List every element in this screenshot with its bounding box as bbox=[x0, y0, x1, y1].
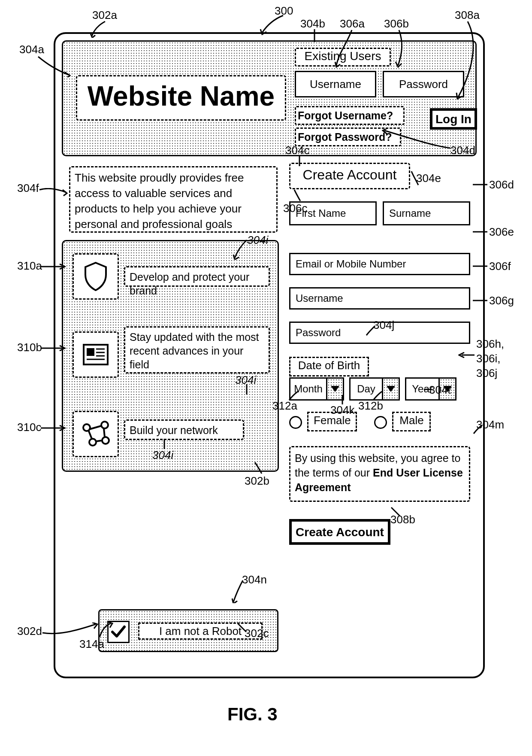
email-input[interactable]: Email or Mobile Number bbox=[289, 253, 470, 275]
svg-point-9 bbox=[102, 437, 109, 444]
lead-line bbox=[365, 324, 378, 337]
lead-line bbox=[335, 29, 360, 68]
ref-306h: 306h, bbox=[476, 337, 504, 351]
lead-line bbox=[236, 622, 249, 633]
ref-304a: 304a bbox=[19, 43, 44, 56]
lead-line bbox=[455, 21, 489, 100]
ref-304i-1: 304i bbox=[247, 234, 268, 247]
svg-line-10 bbox=[89, 426, 101, 429]
password-input[interactable]: Password bbox=[383, 71, 464, 97]
lead-line bbox=[473, 230, 488, 234]
svg-line-13 bbox=[104, 428, 105, 437]
lead-line bbox=[287, 391, 300, 401]
lead-line bbox=[473, 182, 488, 187]
ref-306g: 306g bbox=[489, 294, 514, 307]
ref-304c: 304c bbox=[285, 144, 309, 157]
ref-314a: 314a bbox=[79, 638, 104, 651]
forgot-username-link[interactable]: Forgot Username? bbox=[295, 106, 405, 125]
ref-306c: 306c bbox=[283, 202, 307, 215]
ref-306i: 306i, bbox=[476, 352, 500, 365]
ref-308a: 308a bbox=[455, 9, 480, 22]
lead-line bbox=[232, 580, 245, 603]
male-radio[interactable] bbox=[374, 416, 387, 429]
username-signup-input[interactable]: Username bbox=[289, 287, 470, 310]
lead-line bbox=[41, 622, 99, 640]
ref-310a: 310a bbox=[17, 259, 42, 273]
ref-306a: 306a bbox=[340, 17, 365, 30]
lead-line bbox=[472, 424, 485, 434]
username-input[interactable]: Username bbox=[295, 71, 376, 97]
lead-line bbox=[38, 188, 68, 197]
eula-text: By using this website, you agree to the … bbox=[289, 446, 470, 502]
feature-panel: Develop and protect your brand Stay upda… bbox=[62, 240, 279, 472]
svg-line-12 bbox=[96, 440, 102, 441]
ref-306b: 306b bbox=[384, 17, 409, 30]
lead-line bbox=[90, 21, 124, 38]
lead-line bbox=[473, 298, 488, 303]
ref-304k: 304k bbox=[330, 404, 354, 417]
lead-line bbox=[36, 56, 71, 77]
svg-point-7 bbox=[101, 422, 108, 428]
lead-line bbox=[340, 395, 345, 404]
lead-line bbox=[410, 170, 423, 187]
ref-306e: 306e bbox=[489, 225, 514, 239]
ref-304b: 304b bbox=[300, 17, 325, 30]
create-account-heading: Create Account bbox=[289, 163, 410, 189]
dob-label: Date of Birth bbox=[289, 357, 369, 376]
feature-text-3: Build your network bbox=[124, 419, 244, 440]
ref-302b: 302b bbox=[245, 474, 269, 488]
lead-line bbox=[424, 386, 432, 392]
ref-310c: 310c bbox=[17, 421, 41, 434]
svg-rect-1 bbox=[87, 348, 94, 356]
lead-line bbox=[390, 29, 408, 68]
intro-text: This website proudly provides free acces… bbox=[69, 166, 278, 233]
create-account-button[interactable]: Create Account bbox=[289, 519, 390, 545]
lead-line bbox=[390, 507, 402, 517]
ref-310b: 310b bbox=[17, 341, 42, 354]
shield-icon bbox=[73, 253, 119, 300]
feature-text-1: Develop and protect your brand bbox=[124, 266, 270, 287]
lead-line bbox=[233, 238, 248, 260]
lead-line bbox=[162, 439, 166, 449]
svg-line-11 bbox=[88, 430, 92, 439]
lead-line bbox=[41, 264, 66, 270]
newspaper-icon bbox=[73, 331, 119, 378]
ref-304i-3: 304i bbox=[152, 449, 173, 462]
lead-line bbox=[245, 384, 249, 395]
lead-line bbox=[253, 461, 266, 474]
lead-line bbox=[297, 156, 302, 167]
figure-caption: FIG. 3 bbox=[227, 704, 278, 725]
ref-302a: 302a bbox=[92, 9, 117, 22]
ref-304f: 304f bbox=[17, 182, 39, 195]
female-radio[interactable] bbox=[289, 416, 302, 429]
lead-line bbox=[382, 129, 455, 150]
lead-line bbox=[312, 29, 317, 42]
ref-302d: 302d bbox=[17, 625, 42, 638]
lead-line bbox=[260, 14, 290, 35]
lead-line bbox=[292, 189, 309, 202]
ref-306d: 306d bbox=[489, 178, 514, 191]
lead-line bbox=[473, 264, 488, 268]
lead-line bbox=[41, 345, 66, 351]
male-label: Male bbox=[392, 412, 431, 431]
svg-point-8 bbox=[89, 439, 96, 446]
lead-line bbox=[98, 622, 115, 639]
network-icon bbox=[73, 411, 119, 457]
surname-input[interactable]: Surname bbox=[383, 201, 470, 225]
site-name: Website Name bbox=[76, 75, 286, 121]
ref-306f: 306f bbox=[489, 260, 511, 273]
lead-line bbox=[372, 391, 384, 401]
ref-304n: 304n bbox=[242, 573, 267, 586]
gender-male-row: Male bbox=[374, 412, 431, 431]
lead-arrow bbox=[458, 352, 475, 358]
feature-text-2: Stay updated with the most recent advanc… bbox=[124, 326, 270, 373]
lead-line bbox=[41, 425, 66, 431]
ref-306j: 306j bbox=[476, 367, 497, 380]
login-button[interactable]: Log In bbox=[430, 108, 477, 130]
